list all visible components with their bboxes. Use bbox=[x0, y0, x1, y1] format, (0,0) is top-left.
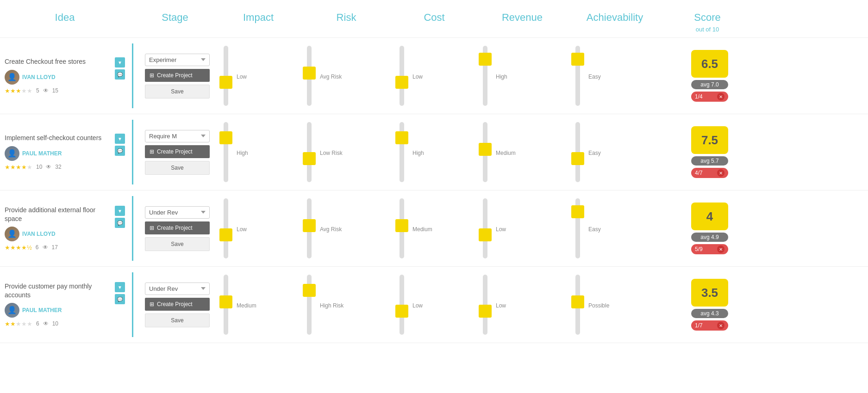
idea-buttons-3[interactable]: ▼ 💬 bbox=[115, 206, 125, 228]
revenue-thumb-3[interactable] bbox=[479, 228, 492, 241]
stage-select-4[interactable]: Under Rev Experimenting Requires More bbox=[145, 282, 210, 295]
impact-slider-1[interactable] bbox=[219, 46, 233, 106]
cost-thumb-3[interactable] bbox=[395, 219, 408, 232]
impact-thumb-2[interactable] bbox=[219, 131, 232, 144]
score-rank-x-1[interactable]: ✕ bbox=[717, 93, 724, 100]
revenue-col-4: Low bbox=[478, 275, 571, 335]
avatar-4: 👤 bbox=[5, 303, 19, 318]
risk-slider-wrapper-4: High Risk bbox=[302, 275, 395, 335]
stage-select-2[interactable]: Require M Under Review Experimenting bbox=[145, 130, 210, 142]
revenue-slider-1[interactable] bbox=[478, 46, 492, 106]
views-2: 32 bbox=[55, 164, 61, 170]
impact-thumb-1[interactable] bbox=[219, 76, 232, 89]
idea-meta-3: ★★★★½ 6 👁 17 bbox=[5, 244, 113, 251]
achievability-col-1: Easy bbox=[571, 46, 663, 106]
stage-select-1[interactable]: Experimer Under Review Requires More bbox=[145, 54, 210, 66]
views-4: 10 bbox=[52, 320, 58, 327]
achievability-slider-3[interactable] bbox=[571, 198, 585, 258]
impact-thumb-4[interactable] bbox=[219, 295, 232, 308]
achievability-thumb-2[interactable] bbox=[571, 152, 584, 165]
achievability-slider-2[interactable] bbox=[571, 122, 585, 182]
cost-thumb-1[interactable] bbox=[395, 76, 408, 89]
achievability-thumb-1[interactable] bbox=[571, 53, 584, 66]
stage-cell-4: Under Rev Experimenting Requires More ⊞ … bbox=[136, 282, 219, 327]
achievability-thumb-4[interactable] bbox=[571, 295, 584, 308]
risk-thumb-3[interactable] bbox=[303, 219, 316, 232]
idea-btn-comment-1[interactable]: 💬 bbox=[115, 69, 125, 80]
stage-save-btn-2[interactable]: Save bbox=[145, 161, 210, 175]
stage-create-btn-2[interactable]: ⊞ Create Project bbox=[145, 145, 210, 158]
risk-slider-2[interactable] bbox=[302, 122, 316, 182]
revenue-thumb-2[interactable] bbox=[479, 143, 492, 156]
idea-btn-chevron-2[interactable]: ▼ bbox=[115, 134, 125, 144]
risk-thumb-4[interactable] bbox=[303, 284, 316, 297]
impact-thumb-3[interactable] bbox=[219, 228, 232, 241]
cost-thumb-4[interactable] bbox=[395, 305, 408, 318]
idea-cell-2: Implement self-checkout counters 👤 PAUL … bbox=[0, 134, 130, 170]
achievability-thumb-3[interactable] bbox=[571, 205, 584, 218]
stage-save-btn-3[interactable]: Save bbox=[145, 237, 210, 251]
score-rank-x-2[interactable]: ✕ bbox=[717, 169, 724, 177]
score-rank-4: 1/7 ✕ bbox=[691, 320, 728, 331]
revenue-slider-4[interactable] bbox=[478, 275, 492, 335]
cost-slider-4[interactable] bbox=[395, 275, 409, 335]
score-col-4: 3.5 avg 4.3 1/7 ✕ bbox=[663, 279, 756, 331]
idea-buttons-4[interactable]: ▼ 💬 bbox=[115, 282, 125, 304]
risk-thumb-1[interactable] bbox=[303, 67, 316, 80]
score-rank-x-4[interactable]: ✕ bbox=[717, 322, 724, 329]
idea-btn-chevron-3[interactable]: ▼ bbox=[115, 206, 125, 216]
stage-save-btn-1[interactable]: Save bbox=[145, 85, 210, 98]
table-row: Provide customer pay monthly accounts 👤 … bbox=[0, 267, 868, 343]
risk-slider-4[interactable] bbox=[302, 275, 316, 335]
idea-buttons-1[interactable]: ▼ 💬 bbox=[115, 57, 125, 80]
col-header-impact: Impact bbox=[217, 5, 300, 26]
achievability-slider-4[interactable] bbox=[571, 275, 585, 335]
impact-slider-2[interactable] bbox=[219, 122, 233, 182]
cost-slider-2[interactable] bbox=[395, 122, 409, 182]
achievability-slider-1[interactable] bbox=[571, 46, 585, 106]
risk-slider-3[interactable] bbox=[302, 198, 316, 258]
idea-btn-comment-3[interactable]: 💬 bbox=[115, 218, 125, 228]
idea-title-3: Provide additional external floor space bbox=[5, 206, 113, 222]
impact-slider-wrapper-3: Low bbox=[219, 198, 302, 258]
revenue-label-4: Low bbox=[496, 302, 506, 309]
col-header-score: Score out of 10 bbox=[661, 5, 754, 33]
score-main-3: 4 bbox=[691, 203, 728, 230]
cost-slider-3[interactable] bbox=[395, 198, 409, 258]
risk-thumb-2[interactable] bbox=[303, 152, 316, 165]
cost-slider-wrapper-2: High bbox=[395, 122, 478, 182]
score-rank-2: 4/7 ✕ bbox=[691, 168, 728, 178]
stage-create-btn-1[interactable]: ⊞ Create Project bbox=[145, 69, 210, 82]
idea-btn-comment-4[interactable]: 💬 bbox=[115, 294, 125, 304]
idea-buttons-2[interactable]: ▼ 💬 bbox=[115, 134, 125, 156]
risk-slider-1[interactable] bbox=[302, 46, 316, 106]
achievability-label-1: Easy bbox=[588, 74, 601, 80]
divider-4 bbox=[132, 272, 133, 337]
cost-col-1: Low bbox=[395, 46, 478, 106]
cost-thumb-2[interactable] bbox=[395, 131, 408, 144]
stage-save-btn-4[interactable]: Save bbox=[145, 313, 210, 327]
achievability-col-3: Easy bbox=[571, 198, 663, 258]
revenue-slider-3[interactable] bbox=[478, 198, 492, 258]
stage-select-3[interactable]: Under Rev Experimenting Requires More bbox=[145, 206, 210, 219]
stage-cell-2: Require M Under Review Experimenting ⊞ C… bbox=[136, 130, 219, 175]
impact-slider-3[interactable] bbox=[219, 198, 233, 258]
impact-slider-4[interactable] bbox=[219, 275, 233, 335]
score-rank-x-3[interactable]: ✕ bbox=[717, 246, 724, 253]
risk-slider-wrapper-3: Avg Risk bbox=[302, 198, 395, 258]
stage-header-label: Stage bbox=[133, 5, 217, 26]
idea-btn-comment-2[interactable]: 💬 bbox=[115, 146, 125, 156]
idea-btn-chevron-4[interactable]: ▼ bbox=[115, 282, 125, 292]
revenue-col-2: Medium bbox=[478, 122, 571, 182]
idea-meta-1: ★★★★★ 5 👁 15 bbox=[5, 87, 113, 94]
cost-slider-1[interactable] bbox=[395, 46, 409, 106]
revenue-col-3: Low bbox=[478, 198, 571, 258]
stage-create-btn-4[interactable]: ⊞ Create Project bbox=[145, 298, 210, 311]
idea-cell-4: Provide customer pay monthly accounts 👤 … bbox=[0, 282, 130, 327]
revenue-thumb-4[interactable] bbox=[479, 305, 492, 318]
stage-create-btn-3[interactable]: ⊞ Create Project bbox=[145, 221, 210, 234]
col-header-risk: Risk bbox=[300, 5, 393, 26]
idea-btn-chevron-1[interactable]: ▼ bbox=[115, 57, 125, 68]
revenue-thumb-1[interactable] bbox=[479, 53, 492, 66]
revenue-slider-2[interactable] bbox=[478, 122, 492, 182]
